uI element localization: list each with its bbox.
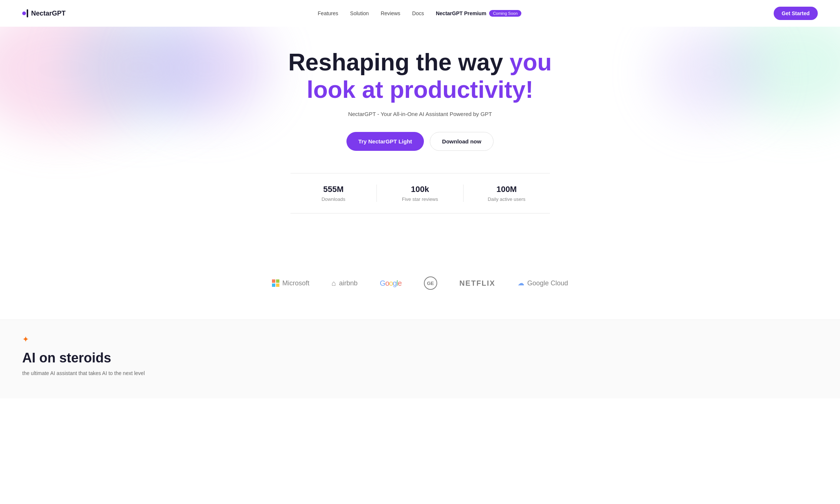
airbnb-icon: ⌂: [332, 279, 336, 288]
try-light-button[interactable]: Try NectarGPT Light: [346, 132, 424, 151]
hero-headline: Reshaping the way you look at productivi…: [7, 49, 833, 103]
logos-section: Microsoft ⌂ airbnb Google GE NETFLIX ☁ G…: [0, 265, 840, 319]
logo-google: Google: [380, 279, 402, 288]
headline-part2: look at productivity!: [307, 76, 534, 103]
stat-downloads: 555M Downloads: [290, 185, 377, 202]
nav-premium-label: NectarGPT Premium: [436, 10, 486, 16]
logo-microsoft: Microsoft: [272, 279, 309, 287]
hero-section: Reshaping the way you look at productivi…: [0, 27, 840, 265]
navbar: NectarGPT Features Solution Reviews Docs…: [0, 0, 840, 27]
nav-premium: NectarGPT Premium Coming Soon: [436, 10, 521, 17]
ai-desc: the ultimate AI assistant that takes AI …: [22, 370, 156, 376]
headline-highlight: you: [509, 49, 552, 76]
airbnb-label: airbnb: [339, 279, 358, 287]
stats-section: 555M Downloads 100k Five star reviews 10…: [290, 173, 550, 213]
nav-docs[interactable]: Docs: [412, 10, 424, 16]
ai-title: AI on steroids: [22, 350, 818, 366]
logo-netflix: NETFLIX: [459, 279, 495, 288]
download-now-button[interactable]: Download now: [430, 132, 494, 151]
microsoft-label: Microsoft: [282, 279, 309, 287]
cloud-icon: ☁: [518, 279, 524, 287]
get-started-button[interactable]: Get Started: [774, 7, 818, 20]
ge-icon: GE: [424, 276, 437, 290]
microsoft-icon: [272, 279, 279, 287]
google-icon: Google: [380, 279, 402, 288]
stat-reviews: 100k Five star reviews: [376, 185, 463, 202]
netflix-icon: NETFLIX: [459, 279, 495, 288]
nav-reviews[interactable]: Reviews: [381, 10, 400, 16]
stat-users-value: 100M: [471, 185, 542, 194]
logo-airbnb: ⌂ airbnb: [332, 279, 358, 288]
logo[interactable]: NectarGPT: [22, 9, 66, 17]
logo-bar: [27, 9, 28, 17]
google-cloud-label: Google Cloud: [527, 279, 568, 287]
stat-downloads-value: 555M: [298, 185, 369, 194]
ai-section: ✦ AI on steroids the ultimate AI assista…: [0, 319, 840, 398]
nav-links: Features Solution Reviews Docs NectarGPT…: [318, 10, 521, 17]
nav-solution[interactable]: Solution: [350, 10, 369, 16]
nav-features[interactable]: Features: [318, 10, 338, 16]
coming-soon-badge: Coming Soon: [489, 10, 521, 17]
spark-icon: ✦: [22, 335, 818, 344]
logo-text: NectarGPT: [31, 10, 66, 17]
stat-downloads-label: Downloads: [298, 196, 369, 202]
logo-icon: [22, 9, 28, 17]
stat-users: 100M Daily active users: [463, 185, 550, 202]
logo-dot: [22, 11, 26, 15]
hero-buttons: Try NectarGPT Light Download now: [7, 132, 833, 151]
headline-part1: Reshaping the way: [288, 49, 503, 76]
logo-google-cloud: ☁ Google Cloud: [518, 279, 568, 287]
stat-reviews-label: Five star reviews: [384, 196, 456, 202]
hero-subtext: NectarGPT - Your All-in-One AI Assistant…: [342, 111, 498, 117]
logo-ge: GE: [424, 276, 437, 290]
stat-reviews-value: 100k: [384, 185, 456, 194]
stat-users-label: Daily active users: [471, 196, 542, 202]
